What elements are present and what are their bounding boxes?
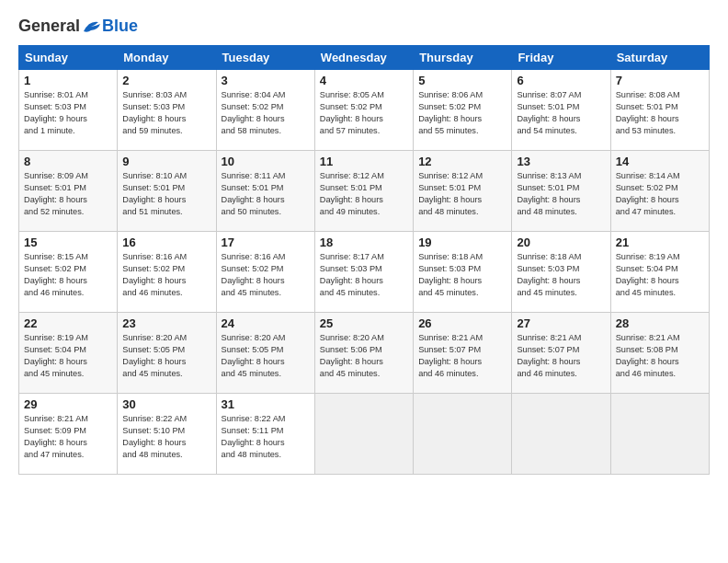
day-info: Sunrise: 8:05 AM Sunset: 5:02 PM Dayligh… (320, 89, 408, 137)
day-number: 15 (24, 236, 112, 249)
day-info: Sunrise: 8:15 AM Sunset: 5:02 PM Dayligh… (24, 251, 112, 299)
weekday-header: Wednesday (314, 46, 413, 70)
day-info: Sunrise: 8:19 AM Sunset: 5:04 PM Dayligh… (616, 251, 704, 299)
calendar-cell: 20Sunrise: 8:18 AM Sunset: 5:03 PM Dayli… (512, 232, 610, 313)
day-number: 13 (517, 155, 605, 168)
day-number: 19 (418, 236, 506, 249)
calendar-cell: 26Sunrise: 8:21 AM Sunset: 5:07 PM Dayli… (414, 313, 512, 394)
day-number: 23 (122, 316, 210, 330)
day-number: 1 (24, 74, 112, 87)
day-number: 27 (517, 316, 605, 330)
calendar-cell (414, 394, 512, 475)
calendar-cell (512, 394, 610, 475)
logo-blue-text: Blue (102, 17, 138, 36)
calendar-cell: 29Sunrise: 8:21 AM Sunset: 5:09 PM Dayli… (19, 394, 118, 475)
day-info: Sunrise: 8:18 AM Sunset: 5:03 PM Dayligh… (517, 251, 605, 299)
day-info: Sunrise: 8:17 AM Sunset: 5:03 PM Dayligh… (320, 251, 408, 299)
calendar-week-row: 29Sunrise: 8:21 AM Sunset: 5:09 PM Dayli… (19, 394, 710, 475)
calendar-cell: 11Sunrise: 8:12 AM Sunset: 5:01 PM Dayli… (314, 151, 413, 232)
calendar-cell: 24Sunrise: 8:20 AM Sunset: 5:05 PM Dayli… (216, 313, 314, 394)
calendar-cell: 1Sunrise: 8:01 AM Sunset: 5:03 PM Daylig… (19, 70, 118, 151)
calendar-week-row: 22Sunrise: 8:19 AM Sunset: 5:04 PM Dayli… (19, 313, 710, 394)
day-info: Sunrise: 8:06 AM Sunset: 5:02 PM Dayligh… (418, 89, 506, 137)
day-number: 14 (616, 155, 704, 168)
calendar-cell: 16Sunrise: 8:16 AM Sunset: 5:02 PM Dayli… (118, 232, 216, 313)
day-info: Sunrise: 8:21 AM Sunset: 5:09 PM Dayligh… (24, 413, 112, 461)
logo-bird-icon (82, 18, 102, 35)
day-number: 4 (320, 74, 408, 87)
day-number: 31 (222, 397, 310, 411)
day-info: Sunrise: 8:21 AM Sunset: 5:08 PM Dayligh… (616, 332, 704, 380)
calendar-cell: 30Sunrise: 8:22 AM Sunset: 5:10 PM Dayli… (118, 394, 216, 475)
calendar-week-row: 1Sunrise: 8:01 AM Sunset: 5:03 PM Daylig… (19, 70, 710, 151)
weekday-header: Friday (512, 46, 610, 70)
calendar-week-row: 8Sunrise: 8:09 AM Sunset: 5:01 PM Daylig… (19, 151, 710, 232)
calendar-cell: 14Sunrise: 8:14 AM Sunset: 5:02 PM Dayli… (610, 151, 709, 232)
day-number: 21 (616, 236, 704, 249)
weekday-header: Sunday (19, 46, 118, 70)
day-number: 16 (122, 236, 210, 249)
day-info: Sunrise: 8:16 AM Sunset: 5:02 PM Dayligh… (222, 251, 310, 299)
calendar-cell: 27Sunrise: 8:21 AM Sunset: 5:07 PM Dayli… (512, 313, 610, 394)
calendar-cell: 8Sunrise: 8:09 AM Sunset: 5:01 PM Daylig… (19, 151, 118, 232)
weekday-header: Monday (118, 46, 216, 70)
calendar-cell: 28Sunrise: 8:21 AM Sunset: 5:08 PM Dayli… (610, 313, 709, 394)
calendar-cell: 6Sunrise: 8:07 AM Sunset: 5:01 PM Daylig… (512, 70, 610, 151)
day-number: 20 (517, 236, 605, 249)
day-info: Sunrise: 8:11 AM Sunset: 5:01 PM Dayligh… (222, 170, 310, 218)
weekday-header: Tuesday (216, 46, 314, 70)
day-number: 8 (24, 155, 112, 168)
day-info: Sunrise: 8:03 AM Sunset: 5:03 PM Dayligh… (122, 89, 210, 137)
day-number: 28 (616, 316, 704, 330)
day-number: 5 (418, 74, 506, 87)
calendar-cell (610, 394, 709, 475)
logo-general-text: General (18, 17, 80, 36)
calendar-cell: 10Sunrise: 8:11 AM Sunset: 5:01 PM Dayli… (216, 151, 314, 232)
calendar-cell (314, 394, 413, 475)
day-info: Sunrise: 8:21 AM Sunset: 5:07 PM Dayligh… (418, 332, 506, 380)
day-number: 7 (616, 74, 704, 87)
day-info: Sunrise: 8:20 AM Sunset: 5:06 PM Dayligh… (320, 332, 408, 380)
day-number: 9 (122, 155, 210, 168)
day-info: Sunrise: 8:13 AM Sunset: 5:01 PM Dayligh… (517, 170, 605, 218)
calendar-cell: 7Sunrise: 8:08 AM Sunset: 5:01 PM Daylig… (610, 70, 709, 151)
day-info: Sunrise: 8:12 AM Sunset: 5:01 PM Dayligh… (320, 170, 408, 218)
day-number: 2 (122, 74, 210, 87)
day-info: Sunrise: 8:09 AM Sunset: 5:01 PM Dayligh… (24, 170, 112, 218)
day-number: 24 (222, 316, 310, 330)
day-info: Sunrise: 8:22 AM Sunset: 5:10 PM Dayligh… (122, 413, 210, 461)
page: General Blue SundayMondayTuesdayWednesda… (0, 0, 728, 563)
day-number: 25 (320, 316, 408, 330)
day-info: Sunrise: 8:20 AM Sunset: 5:05 PM Dayligh… (222, 332, 310, 380)
day-info: Sunrise: 8:20 AM Sunset: 5:05 PM Dayligh… (122, 332, 210, 380)
calendar-header-row: SundayMondayTuesdayWednesdayThursdayFrid… (19, 46, 710, 70)
day-number: 3 (222, 74, 310, 87)
day-number: 29 (24, 397, 112, 411)
weekday-header: Thursday (414, 46, 512, 70)
day-number: 30 (122, 397, 210, 411)
calendar-cell: 12Sunrise: 8:12 AM Sunset: 5:01 PM Dayli… (414, 151, 512, 232)
day-number: 22 (24, 316, 112, 330)
calendar-cell: 9Sunrise: 8:10 AM Sunset: 5:01 PM Daylig… (118, 151, 216, 232)
day-number: 12 (418, 155, 506, 168)
calendar-cell: 31Sunrise: 8:22 AM Sunset: 5:11 PM Dayli… (216, 394, 314, 475)
day-number: 26 (418, 316, 506, 330)
calendar-table: SundayMondayTuesdayWednesdayThursdayFrid… (18, 45, 710, 475)
calendar-cell: 2Sunrise: 8:03 AM Sunset: 5:03 PM Daylig… (118, 70, 216, 151)
calendar-cell: 13Sunrise: 8:13 AM Sunset: 5:01 PM Dayli… (512, 151, 610, 232)
day-info: Sunrise: 8:12 AM Sunset: 5:01 PM Dayligh… (418, 170, 506, 218)
calendar-cell: 17Sunrise: 8:16 AM Sunset: 5:02 PM Dayli… (216, 232, 314, 313)
day-info: Sunrise: 8:21 AM Sunset: 5:07 PM Dayligh… (517, 332, 605, 380)
calendar-cell: 4Sunrise: 8:05 AM Sunset: 5:02 PM Daylig… (314, 70, 413, 151)
day-number: 11 (320, 155, 408, 168)
logo: General Blue (18, 17, 138, 36)
day-info: Sunrise: 8:04 AM Sunset: 5:02 PM Dayligh… (222, 89, 310, 137)
day-number: 6 (517, 74, 605, 87)
day-info: Sunrise: 8:18 AM Sunset: 5:03 PM Dayligh… (418, 251, 506, 299)
day-number: 17 (222, 236, 310, 249)
calendar-cell: 25Sunrise: 8:20 AM Sunset: 5:06 PM Dayli… (314, 313, 413, 394)
calendar-cell: 5Sunrise: 8:06 AM Sunset: 5:02 PM Daylig… (414, 70, 512, 151)
calendar-cell: 3Sunrise: 8:04 AM Sunset: 5:02 PM Daylig… (216, 70, 314, 151)
weekday-header: Saturday (610, 46, 709, 70)
day-info: Sunrise: 8:19 AM Sunset: 5:04 PM Dayligh… (24, 332, 112, 380)
